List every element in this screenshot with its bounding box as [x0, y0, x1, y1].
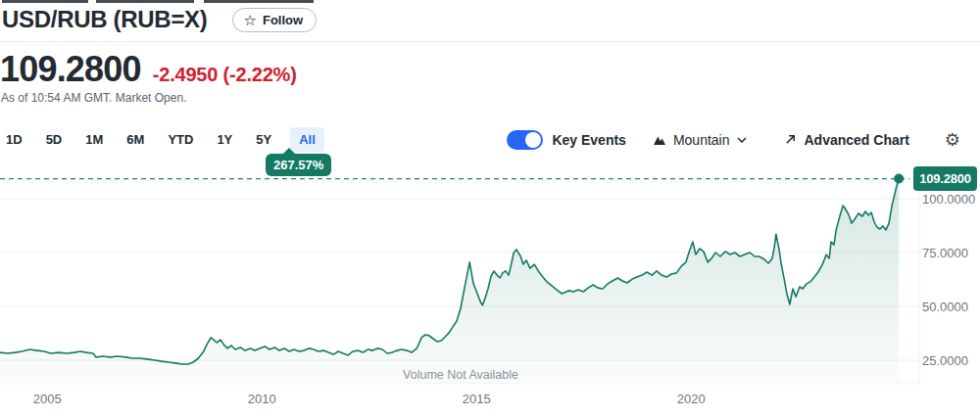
current-price-dot: [894, 174, 904, 184]
y-axis-label-50: 50.0000: [922, 300, 968, 314]
y-axis-label-75: 75.0000: [922, 246, 968, 260]
y-axis-label-25: 25.0000: [922, 353, 968, 368]
volume-note: Volume Not Available: [403, 368, 518, 382]
tooltip-arrow-icon: [283, 148, 295, 154]
x-axis-label-2005: 2005: [33, 392, 62, 406]
x-axis-label-2020: 2020: [677, 392, 706, 406]
chart-canvas[interactable]: [0, 0, 980, 416]
performance-tooltip-value: 267.57%: [273, 158, 323, 172]
x-axis-label-2010: 2010: [248, 392, 276, 406]
y-axis-label-100: 100.0000: [922, 192, 975, 207]
quote-page: USD/RUB (RUB=X) ☆ Follow 109.2800 -2.495…: [0, 0, 980, 416]
area-fill: [0, 179, 899, 384]
x-axis-label-2015: 2015: [463, 392, 491, 406]
performance-tooltip: 267.57%: [266, 154, 331, 176]
current-price-badge: 109.2800: [913, 166, 977, 191]
